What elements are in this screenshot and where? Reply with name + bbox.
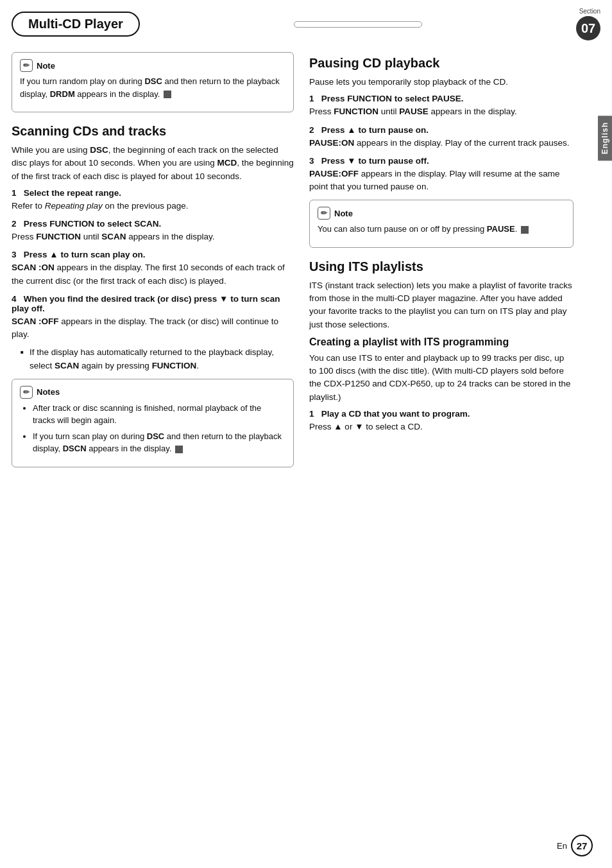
footer-en-label: En bbox=[557, 841, 567, 851]
its-section: Using ITS playlists ITS (instant track s… bbox=[309, 259, 574, 433]
page-title: Multi-CD Player bbox=[12, 12, 140, 37]
pausing-intro: Pause lets you temporarily stop playback… bbox=[309, 76, 574, 89]
pause-step-1: 1 Press FUNCTION to select PAUSE. Press … bbox=[309, 94, 574, 118]
scan-bullet-1: If the display has automatically returne… bbox=[21, 346, 294, 372]
notes-title: ✏ Notes bbox=[20, 386, 285, 399]
its-sub-intro: You can use ITS to enter and playback up… bbox=[309, 352, 574, 404]
page-footer: En 27 bbox=[557, 835, 593, 856]
stop-icon-2 bbox=[175, 446, 183, 453]
scan-extra-bullets: If the display has automatically returne… bbox=[12, 346, 294, 372]
scanning-section: Scanning CDs and tracks While you are us… bbox=[12, 124, 294, 467]
english-side-label: English bbox=[598, 116, 612, 161]
scan-step-4: 4 When you find the desired track (or di… bbox=[12, 294, 294, 372]
scan-step-1: 1 Select the repeat range. Refer to Repe… bbox=[12, 188, 294, 213]
pausing-heading: Pausing CD playback bbox=[309, 56, 574, 71]
its-sub-heading: Creating a playlist with ITS programming bbox=[309, 336, 574, 348]
section-number: 07 bbox=[576, 16, 600, 40]
scanning-notes-list: After track or disc scanning is finished… bbox=[20, 402, 285, 455]
scanning-note-2: If you turn scan play on during DSC and … bbox=[33, 430, 285, 455]
scan-step-2: 2 Press FUNCTION to select SCAN. Press F… bbox=[12, 219, 294, 243]
pause-note-text: You can also turn pause on or off by pre… bbox=[318, 223, 565, 236]
note-icon: ✏ bbox=[20, 59, 33, 72]
its-step-1: 1 Play a CD that you want to program. Pr… bbox=[309, 409, 574, 433]
scanning-heading: Scanning CDs and tracks bbox=[12, 124, 294, 139]
pause-step-2: 2 Press ▲ to turn pause on. PAUSE:ON app… bbox=[309, 125, 574, 150]
page-number-box: 27 bbox=[571, 835, 593, 856]
section-box: Section 07 bbox=[576, 8, 600, 40]
note-box-top: ✏ Note If you turn random play on during… bbox=[12, 52, 294, 112]
main-content: ✏ Note If you turn random play on during… bbox=[0, 46, 612, 485]
scan-step-3: 3 Press ▲ to turn scan play on. SCAN :ON… bbox=[12, 250, 294, 288]
its-heading: Using ITS playlists bbox=[309, 259, 574, 274]
scanning-note-1: After track or disc scanning is finished… bbox=[33, 402, 285, 427]
right-column: Pausing CD playback Pause lets you tempo… bbox=[309, 52, 591, 479]
note-text: If you turn random play on during DSC an… bbox=[20, 75, 285, 100]
title-text: Multi-CD Player bbox=[28, 17, 123, 31]
page-header: Multi-CD Player Section 07 bbox=[0, 0, 612, 46]
note-box-pause: ✏ Note You can also turn pause on or off… bbox=[309, 200, 574, 248]
section-label: Section bbox=[579, 8, 600, 15]
scanning-intro: While you are using DSC, the beginning o… bbox=[12, 144, 294, 183]
left-column: ✏ Note If you turn random play on during… bbox=[12, 52, 294, 479]
pause-note-icon: ✏ bbox=[318, 207, 330, 220]
notes-icon: ✏ bbox=[20, 386, 33, 399]
its-intro: ITS (instant track selection) lets you m… bbox=[309, 279, 574, 331]
note-title: ✏ Note bbox=[20, 59, 285, 72]
pause-step-3: 3 Press ▼ to turn pause off. PAUSE:OFF a… bbox=[309, 156, 574, 194]
pausing-section: Pausing CD playback Pause lets you tempo… bbox=[309, 56, 574, 248]
stop-icon-3 bbox=[521, 226, 529, 234]
center-box bbox=[294, 21, 422, 28]
page-number: 27 bbox=[577, 840, 588, 851]
notes-box-scanning: ✏ Notes After track or disc scanning is … bbox=[12, 379, 294, 467]
pause-note-title: ✏ Note bbox=[318, 207, 565, 220]
stop-icon-1 bbox=[164, 91, 171, 98]
